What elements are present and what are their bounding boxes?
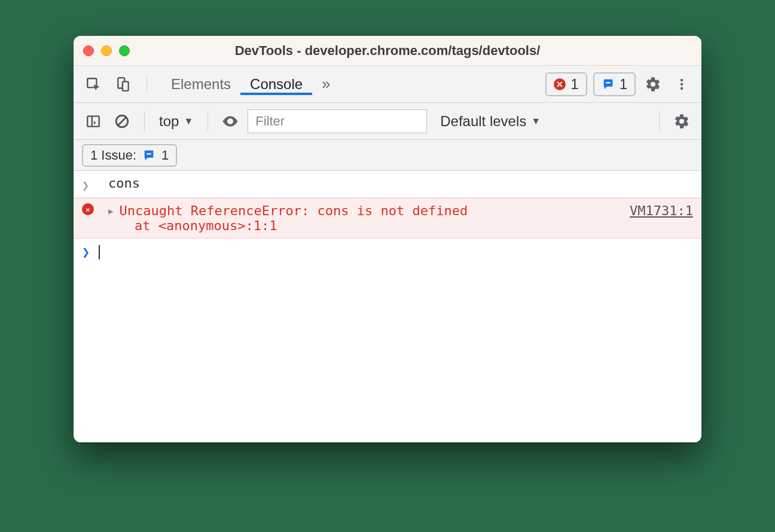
main-toolbar: Elements Console » ✕ 1 1 [74,66,701,103]
traffic-lights [83,45,130,56]
input-echo-text: cons [108,176,140,191]
maximize-window-button[interactable] [119,45,130,56]
row-gutter: ✕ [82,203,108,215]
titlebar: DevTools - developer.chrome.com/tags/dev… [74,36,701,66]
prompt-chevron-icon: ❯ [82,244,99,259]
console-toolbar: top ▼ Default levels ▼ [74,103,701,140]
issues-count: 1 [620,76,627,93]
expand-triangle-icon[interactable]: ▶ [108,206,113,216]
chevron-right-icon: ❯ [82,178,89,192]
error-icon: ✕ [82,203,94,215]
divider [147,75,147,94]
context-label: top [159,113,179,130]
console-body: ❯ cons ✕ ▶ Uncaught ReferenceError: cons… [74,171,701,442]
toolbar-right: ✕ 1 1 [545,72,693,96]
error-count: 1 [570,76,578,93]
issues-icon [142,149,155,162]
tab-more[interactable]: » [312,75,340,93]
caret-down-icon: ▼ [531,116,541,127]
svg-line-10 [118,117,126,125]
issues-bar: 1 Issue: 1 [74,140,701,171]
issues-count-chip[interactable]: 1 [593,72,636,96]
minimize-window-button[interactable] [101,45,112,56]
window-title: DevTools - developer.chrome.com/tags/dev… [74,43,701,59]
row-gutter: ❯ [82,176,108,192]
clear-console-icon[interactable] [111,110,133,133]
error-stack: at <anonymous>:1:1 [108,218,693,233]
svg-point-5 [681,82,683,85]
console-input-echo-row: ❯ cons [74,171,701,198]
show-console-sidebar-icon[interactable] [82,110,105,133]
issues-count: 1 [161,148,169,163]
close-window-button[interactable] [83,45,94,56]
levels-label: Default levels [440,113,526,130]
inspect-element-icon[interactable] [82,73,105,96]
execution-context-selector[interactable]: top ▼ [155,113,197,130]
svg-point-6 [681,87,683,89]
error-icon: ✕ [554,78,566,90]
svg-rect-3 [606,82,610,83]
divider [208,112,208,131]
error-source-link[interactable]: VM1731:1 [630,203,693,218]
filter-input[interactable] [248,109,427,133]
kebab-menu-icon[interactable] [670,73,693,96]
svg-point-4 [681,78,683,81]
device-toggle-icon[interactable] [112,73,135,96]
svg-rect-7 [87,116,99,126]
text-cursor [99,245,100,259]
console-prompt-row[interactable]: ❯ [74,239,701,265]
issues-icon [602,78,615,91]
chevron-double-right-icon: » [322,75,330,93]
issues-label: 1 Issue: [90,148,136,163]
panel-tabs: Elements Console » [161,74,340,94]
console-error-row[interactable]: ✕ ▶ Uncaught ReferenceError: cons is not… [74,198,701,239]
error-message: Uncaught ReferenceError: cons is not def… [119,203,468,218]
devtools-window: DevTools - developer.chrome.com/tags/dev… [74,36,701,442]
console-settings-icon[interactable] [670,110,693,133]
svg-point-11 [229,120,232,123]
live-expression-icon[interactable] [219,110,242,133]
svg-rect-12 [147,153,151,154]
toolbar-left: Elements Console » [82,73,340,96]
tab-elements[interactable]: Elements [161,76,240,93]
svg-rect-2 [123,81,129,90]
log-levels-selector[interactable]: Default levels ▼ [440,113,541,130]
issues-chip[interactable]: 1 Issue: 1 [82,144,177,167]
caret-down-icon: ▼ [184,116,193,127]
divider [144,112,145,131]
error-count-chip[interactable]: ✕ 1 [545,72,587,96]
divider [659,112,660,131]
settings-icon[interactable] [642,73,664,96]
tab-console[interactable]: Console [240,74,312,95]
